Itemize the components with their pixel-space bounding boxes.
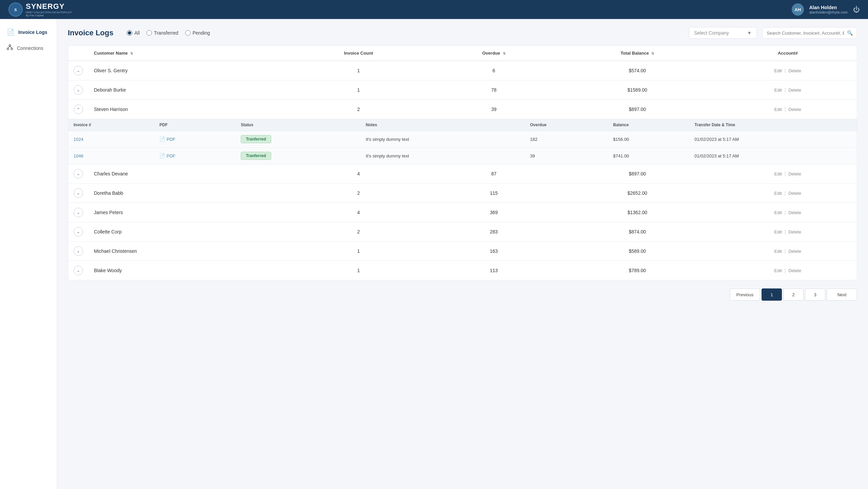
sub-status-cell: Tranferred [235,131,360,148]
pdf-link[interactable]: 📄 PDF [159,136,230,142]
delete-link[interactable]: Delete [788,88,801,93]
edit-link[interactable]: Edit [774,210,782,215]
sub-table-row: Invoice # PDF Status Notes Overdue Balan… [68,119,857,164]
total-balance-cell: $874.00 [556,222,719,242]
previous-button[interactable]: Previous [730,288,760,301]
edit-link[interactable]: Edit [774,171,782,176]
expand-button[interactable]: ⌄ [74,227,83,237]
expand-button[interactable]: ⌄ [74,85,83,95]
sub-th-invoice: Invoice # [68,119,154,131]
topbar: S SYNERGY DEBT COLLECTION ON AUTOPILOTBy… [0,0,868,19]
sub-th-notes: Notes [360,119,525,131]
sub-balance-cell: $156.00 [608,131,689,148]
user-email: alanholden@rhyta.com [809,10,848,14]
delete-link[interactable]: Delete [788,107,801,112]
invoice-link[interactable]: 1046 [74,153,83,158]
filter-pending[interactable]: Pending [185,30,210,36]
delete-link[interactable]: Delete [788,191,801,196]
filter-pending-radio[interactable] [185,30,191,36]
invoice-link[interactable]: 1024 [74,137,83,142]
user-info: Alan Holden alanholden@rhyta.com [809,5,848,14]
next-button[interactable]: Next [827,288,857,301]
page-button-2[interactable]: 2 [783,288,804,301]
edit-link[interactable]: Edit [774,191,782,196]
edit-link[interactable]: Edit [774,88,782,93]
connections-svg-icon [7,44,13,50]
delete-link[interactable]: Delete [788,229,801,234]
invoice-count-cell: 1 [285,242,432,261]
expand-cell: ⌄ [68,100,88,119]
account-cell: Edit | Delete [719,261,857,280]
table-row: ⌄ James Peters 4 369 $1362.00 Edit | Del… [68,203,857,222]
overdue-cell: 113 [432,261,556,280]
sub-invoice-num: 1024 [68,131,154,148]
th-expand [68,46,88,61]
sub-table-header: Invoice # PDF Status Notes Overdue Balan… [68,119,857,131]
customer-name-cell: Doretha Babb [88,184,285,203]
expand-button[interactable]: ⌄ [74,246,83,256]
filter-transferred-label: Transferred [154,30,178,36]
edit-link[interactable]: Edit [774,268,782,273]
search-icon[interactable]: 🔍 [847,30,853,36]
svg-point-3 [7,48,9,50]
expand-button[interactable]: ⌄ [74,188,83,198]
sort-overdue-icon[interactable]: ⇅ [503,52,506,55]
sub-overdue-cell: 39 [525,148,608,164]
edit-link[interactable]: Edit [774,249,782,254]
expand-button[interactable]: ⌄ [74,66,83,75]
table-row: ⌄ Michael Christensen 1 163 $589.00 Edit… [68,242,857,261]
delete-link[interactable]: Delete [788,171,801,176]
sidebar-item-label-connections: Connections [17,45,43,51]
company-select-dropdown[interactable]: Select Company ▼ [689,27,757,39]
sub-pdf-cell: 📄 PDF [154,148,235,164]
avatar: AH [792,3,804,16]
pdf-link[interactable]: 📄 PDF [159,153,230,158]
delete-link[interactable]: Delete [788,210,801,215]
account-cell: Edit | Delete [719,242,857,261]
logo: S SYNERGY DEBT COLLECTION ON AUTOPILOTBy… [8,2,72,17]
sort-customer-name-icon[interactable]: ⇅ [130,52,133,55]
account-cell: Edit | Delete [719,61,857,80]
edit-link[interactable]: Edit [774,68,782,73]
total-balance-cell: $897.00 [556,100,719,119]
svg-line-5 [8,46,10,48]
main-layout: 📄 Invoice Logs Connections [0,19,868,489]
sub-th-transfer-date: Transfer Date & Time [689,119,857,131]
filter-all[interactable]: All [127,30,140,36]
logout-icon[interactable]: ⏻ [853,6,860,14]
page-button-1[interactable]: 1 [762,288,782,301]
pagination: Previous 1 2 3 Next [68,288,857,301]
delete-link[interactable]: Delete [788,249,801,254]
status-badge: Tranferred [241,135,271,143]
filter-transferred[interactable]: Transferred [146,30,178,36]
edit-link[interactable]: Edit [774,229,782,234]
invoice-count-cell: 2 [285,222,432,242]
sidebar-item-connections[interactable]: Connections [0,40,57,56]
delete-link[interactable]: Delete [788,68,801,73]
table-row: ⌄ Collette Corp 2 283 $874.00 Edit | Del… [68,222,857,242]
edit-link[interactable]: Edit [774,107,782,112]
filter-transferred-radio[interactable] [146,30,152,36]
account-cell: Edit | Delete [719,100,857,119]
overdue-cell: 115 [432,184,556,203]
overdue-cell: 369 [432,203,556,222]
th-total-balance: Total Balance ⇅ [556,46,719,61]
page-button-3[interactable]: 3 [805,288,825,301]
table-row: ⌄ Doretha Babb 2 115 $2652.00 Edit | Del… [68,184,857,203]
search-input[interactable] [767,31,844,36]
expand-button[interactable]: ⌄ [74,105,83,114]
expand-button[interactable]: ⌄ [74,266,83,275]
delete-link[interactable]: Delete [788,268,801,273]
account-cell: Edit | Delete [719,184,857,203]
svg-text:S: S [14,8,17,12]
expand-button[interactable]: ⌄ [74,169,83,178]
filter-all-radio[interactable] [127,30,132,36]
customer-name-cell: Deborah Burke [88,80,285,100]
sidebar-item-invoice-logs[interactable]: 📄 Invoice Logs [0,24,57,40]
sort-total-balance-icon[interactable]: ⇅ [651,52,654,55]
expand-button[interactable]: ⌄ [74,208,83,217]
account-cell: Edit | Delete [719,222,857,242]
filter-radio-group: All Transferred Pending [127,30,210,36]
customer-name-cell: Michael Christensen [88,242,285,261]
status-badge: Tranferred [241,152,271,160]
